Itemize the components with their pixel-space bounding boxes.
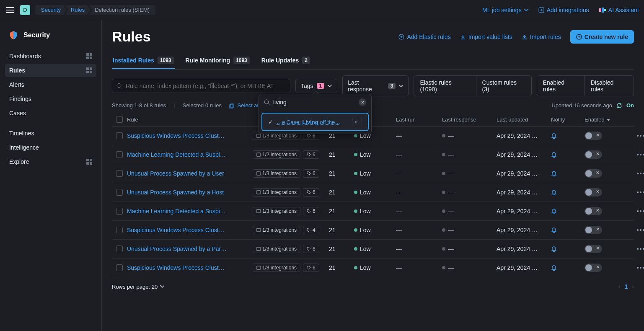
notify-bell-button[interactable] [551,152,585,158]
refresh-icon[interactable] [616,103,622,109]
tags-chip[interactable]: 4 [303,226,319,234]
col-last-updated[interactable]: Last updated [497,116,551,123]
tags-chip[interactable]: 6 [303,188,319,197]
notify-bell-button[interactable] [551,171,585,176]
row-actions-button[interactable]: ••• [631,170,644,177]
rows-per-page-button[interactable]: Rows per page: 20 [112,284,164,290]
notify-bell-button[interactable] [551,189,585,195]
sidebar-item-timelines[interactable]: Timelines [5,127,96,140]
row-actions-button[interactable]: ••• [631,227,644,233]
sidebar-item-explore[interactable]: Explore [5,155,96,168]
row-checkbox[interactable] [116,132,123,139]
disabled-rules-seg[interactable]: Disabled rules [585,76,634,96]
col-last-run[interactable]: Last run [396,116,442,123]
tags-chip[interactable]: 6 [303,207,319,215]
notify-bell-button[interactable] [551,246,585,252]
enabled-toggle[interactable]: ✕ [585,150,602,159]
row-checkbox[interactable] [116,208,123,215]
pager-prev[interactable]: ‹ [618,283,621,290]
enabled-toggle[interactable]: ✕ [585,226,602,234]
add-elastic-rules-link[interactable]: Add Elastic rules [398,34,450,40]
sidebar-item-rules[interactable]: Rules [5,64,96,77]
enabled-rules-seg[interactable]: Enabled rules [537,76,585,96]
integrations-chip[interactable]: 1/3 integrations [253,264,300,272]
ml-job-settings-link[interactable]: ML job settings [482,7,528,13]
enabled-toggle[interactable]: ✕ [585,207,602,215]
enabled-toggle[interactable]: ✕ [585,264,602,272]
sidebar-item-intelligence[interactable]: Intelligence [5,141,96,154]
row-checkbox[interactable] [116,264,123,271]
enabled-toggle[interactable]: ✕ [585,188,602,197]
rule-name-link[interactable]: Unusual Process Spawned by a User [127,170,253,177]
row-checkbox[interactable] [116,170,123,177]
sidebar-title[interactable]: Security [5,27,96,44]
tags-chip[interactable]: 6 [303,264,319,272]
last-response-cell: — [442,189,497,196]
rule-name-link[interactable]: Suspicious Windows Process Clust… [127,227,253,233]
breadcrumb-rules[interactable]: Rules [65,5,91,15]
row-checkbox[interactable] [116,189,123,196]
tags-option-row[interactable]: ✓ …e Case: Living off the… ↵ [261,113,369,131]
row-actions-button[interactable]: ••• [631,132,644,139]
row-actions-button[interactable]: ••• [631,151,644,158]
col-rule[interactable]: Rule [127,116,253,123]
col-notify[interactable]: Notify [551,116,585,123]
select-all-checkbox[interactable] [116,116,123,123]
integrations-chip[interactable]: 1/3 integrations [253,226,300,234]
tab-rule-monitoring[interactable]: Rule Monitoring 1093 [185,52,251,69]
notify-bell-button[interactable] [551,208,585,214]
tags-chip[interactable]: 6 [303,169,319,178]
row-checkbox[interactable] [116,151,123,158]
ai-assistant-link[interactable]: AI Assistant [599,7,639,13]
elastic-rules-seg[interactable]: Elastic rules (1090) [414,76,476,96]
enabled-toggle[interactable]: ✕ [585,169,602,178]
space-avatar[interactable]: D [20,5,30,15]
sidebar-item-findings[interactable]: Findings [5,92,96,106]
integrations-chip[interactable]: 1/3 integrations [253,207,300,215]
row-actions-button[interactable]: ••• [631,264,644,271]
notify-bell-button[interactable] [551,265,585,271]
rule-name-link[interactable]: Machine Learning Detected a Suspi… [127,151,253,158]
integrations-chip[interactable]: 1/3 integrations [253,188,300,197]
custom-rules-seg[interactable]: Custom rules (3) [476,76,531,96]
rule-name-link[interactable]: Unusual Process Spawned by a Host [127,189,253,196]
rule-name-link[interactable]: Suspicious Windows Process Clust… [127,132,253,139]
add-integrations-link[interactable]: Add integrations [538,7,589,13]
breadcrumb-security[interactable]: Security [35,5,67,15]
enabled-toggle[interactable]: ✕ [585,132,602,140]
import-value-lists-link[interactable]: Import value lists [460,34,512,40]
rule-search-input[interactable] [112,79,290,93]
import-rules-link[interactable]: Import rules [522,34,561,40]
pager-page-1[interactable]: 1 [625,283,628,290]
tags-chip[interactable]: 6 [303,245,319,253]
row-checkbox[interactable] [116,227,123,233]
integrations-chip[interactable]: 1/3 integrations [253,169,300,178]
integrations-chip[interactable]: 1/2 integrations [253,150,300,159]
sidebar-item-dashboards[interactable]: Dashboards [5,49,96,63]
clear-search-icon[interactable]: ✕ [359,98,366,106]
notify-bell-button[interactable] [551,133,585,139]
hamburger-icon[interactable] [5,5,15,15]
pager-next[interactable]: › [632,283,634,290]
tab-installed-rules[interactable]: Installed Rules 1093 [112,52,175,69]
tags-search-input[interactable] [273,99,355,106]
row-actions-button[interactable]: ••• [631,189,644,196]
rule-search-field[interactable] [126,83,286,89]
rule-name-link[interactable]: Unusual Process Spawned by a Par… [127,246,253,252]
tags-chip[interactable]: 6 [303,150,319,159]
notify-bell-button[interactable] [551,227,585,233]
rule-name-link[interactable]: Machine Learning Detected a Suspi… [127,208,253,215]
last-response-filter-button[interactable]: Last response 3 [342,75,409,96]
row-checkbox[interactable] [116,246,123,252]
tab-rule-updates[interactable]: Rule Updates 2 [261,52,311,69]
sidebar-item-cases[interactable]: Cases [5,106,96,120]
integrations-chip[interactable]: 1/3 integrations [253,245,300,253]
row-actions-button[interactable]: ••• [631,208,644,215]
enabled-toggle[interactable]: ✕ [585,245,602,253]
sidebar-item-alerts[interactable]: Alerts [5,78,96,91]
row-actions-button[interactable]: ••• [631,246,644,252]
col-enabled[interactable]: Enabled [585,116,605,123]
col-last-response[interactable]: Last response [442,116,497,123]
create-new-rule-button[interactable]: Create new rule [570,30,634,44]
rule-name-link[interactable]: Suspicious Windows Process Clust… [127,264,253,271]
